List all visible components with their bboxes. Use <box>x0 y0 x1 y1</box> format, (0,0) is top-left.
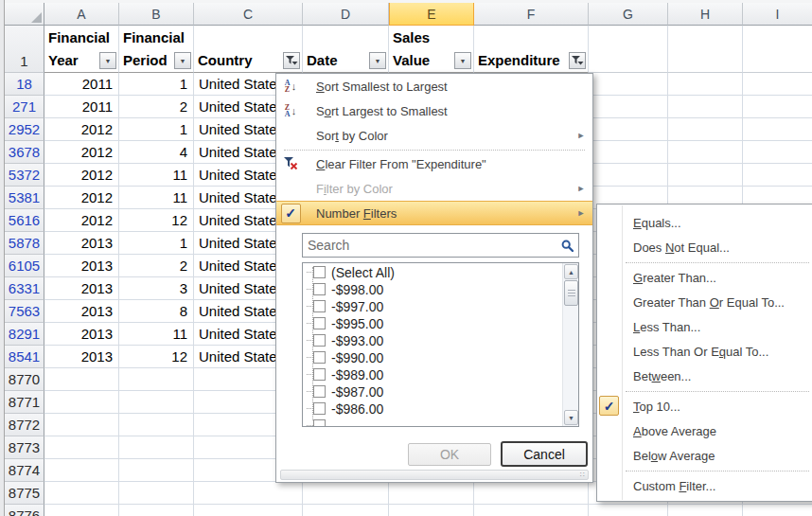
submenu-item-does-not-equal[interactable]: Does Not Equal... <box>597 235 812 259</box>
cell-b7563[interactable]: 8 <box>119 300 194 323</box>
select-all-corner[interactable] <box>5 3 44 26</box>
filter-value-item[interactable]: -$987.00 <box>303 383 578 400</box>
submenu-item-between[interactable]: Between... <box>597 364 812 388</box>
cell-a8771[interactable] <box>44 391 119 414</box>
cell-b18[interactable]: 1 <box>119 73 194 96</box>
list-scrollbar[interactable]: ▲ ▼ <box>562 263 578 426</box>
column-header-h[interactable]: H <box>668 3 743 26</box>
submenu-item-top-10[interactable]: ✓Top 10... <box>597 394 812 418</box>
cell-a18[interactable]: 2011 <box>44 73 119 96</box>
header-cell-c1[interactable]: Country <box>194 26 303 73</box>
cell-a2952[interactable]: 2012 <box>44 118 119 141</box>
menu-item-clear-filter-from-expenditure[interactable]: Clear Filter From "Expenditure" <box>276 151 592 176</box>
column-header-c[interactable]: C <box>194 3 303 26</box>
row-header-6331[interactable]: 6331 <box>5 277 44 300</box>
filter-dropdown-button-period[interactable]: ▼ <box>174 52 191 69</box>
row-header-8776[interactable]: 8776 <box>5 505 44 516</box>
row-header-7563[interactable]: 7563 <box>5 300 44 323</box>
cell-b8772[interactable] <box>119 414 194 436</box>
cell-b5372[interactable]: 11 <box>119 164 194 187</box>
cell-f8775[interactable] <box>474 482 589 505</box>
cell-a8772[interactable] <box>44 414 119 436</box>
resize-grip-bar[interactable]: ∷ <box>280 470 589 480</box>
cancel-button[interactable]: Cancel <box>501 441 588 467</box>
cell-a8773[interactable] <box>44 436 119 459</box>
cell-g18[interactable] <box>589 73 668 96</box>
checkbox[interactable] <box>313 266 326 278</box>
cell-g5372[interactable] <box>589 164 668 187</box>
resize-grip-icon[interactable]: ∷ <box>580 471 585 479</box>
row-header-8541[interactable]: 8541 <box>5 346 44 368</box>
header-cell-d1[interactable]: Date▼ <box>303 26 389 73</box>
cell-g271[interactable] <box>589 96 668 118</box>
header-cell-h1[interactable] <box>668 26 743 73</box>
row-header-5372[interactable]: 5372 <box>5 164 44 187</box>
filter-value-item[interactable]: -$990.00 <box>303 348 578 365</box>
cell-i8776[interactable] <box>743 505 812 516</box>
row-header-8771[interactable]: 8771 <box>5 391 44 414</box>
cell-a5616[interactable]: 2012 <box>44 209 119 232</box>
header-cell-g1[interactable] <box>589 26 668 73</box>
cell-b8774[interactable] <box>119 459 194 482</box>
row-header-5616[interactable]: 5616 <box>5 209 44 232</box>
cell-a7563[interactable]: 2013 <box>44 300 119 323</box>
cell-h8776[interactable] <box>668 505 743 516</box>
checkbox[interactable] <box>313 334 326 347</box>
checkbox[interactable] <box>313 419 326 427</box>
row-header-5878[interactable]: 5878 <box>5 232 44 255</box>
cell-h18[interactable] <box>668 73 743 96</box>
cell-a8541[interactable]: 2013 <box>44 346 119 368</box>
cell-d8776[interactable] <box>303 505 389 516</box>
checkbox[interactable] <box>313 317 326 329</box>
row-header-8774[interactable]: 8774 <box>5 459 44 482</box>
filter-value-item[interactable]: -$998.00 <box>303 280 578 297</box>
filter-value-item[interactable]: -$997.00 <box>303 297 578 314</box>
filter-dropdown-button-date[interactable]: ▼ <box>369 52 386 69</box>
checkbox[interactable] <box>313 351 326 364</box>
cell-b8771[interactable] <box>119 391 194 414</box>
column-header-i[interactable]: I <box>743 3 812 26</box>
scroll-down-button[interactable]: ▼ <box>564 410 578 425</box>
scroll-thumb[interactable] <box>564 280 578 306</box>
filter-applied-button-expenditure[interactable] <box>569 52 586 69</box>
cell-b8776[interactable] <box>119 505 194 516</box>
cell-a8775[interactable] <box>44 482 119 505</box>
cell-a5381[interactable]: 2012 <box>44 187 119 209</box>
cell-b5878[interactable]: 1 <box>119 232 194 255</box>
row-header-2952[interactable]: 2952 <box>5 118 44 141</box>
cell-g8776[interactable] <box>589 505 668 516</box>
column-header-f[interactable]: F <box>474 3 589 26</box>
row-header-8291[interactable]: 8291 <box>5 323 44 346</box>
submenu-item-custom-filter[interactable]: Custom Filter... <box>597 473 812 498</box>
submenu-item-equals[interactable]: Equals... <box>597 210 812 235</box>
cell-a8774[interactable] <box>44 459 119 482</box>
submenu-item-above-average[interactable]: Above Average <box>597 418 812 443</box>
cell-h5372[interactable] <box>668 164 743 187</box>
cell-e8776[interactable] <box>389 505 474 516</box>
filter-dropdown-button-value[interactable]: ▼ <box>454 52 471 69</box>
row-header-18[interactable]: 18 <box>5 73 44 96</box>
menu-item-sort-largest-to-smallest[interactable]: ZA↓Sort Largest to Smallest <box>276 98 592 123</box>
cell-b271[interactable]: 2 <box>119 96 194 118</box>
cell-i18[interactable] <box>743 73 812 96</box>
filter-applied-button-country[interactable] <box>283 52 300 69</box>
menu-item-sort-by-color[interactable]: Sort by Color► <box>276 123 592 148</box>
cell-a5372[interactable]: 2012 <box>44 164 119 187</box>
menu-item-number-filters[interactable]: ✓Number Filters► <box>276 201 592 225</box>
filter-value-item[interactable]: (Select All) <box>303 263 578 280</box>
cell-a8770[interactable] <box>44 368 119 391</box>
cell-b8770[interactable] <box>119 368 194 391</box>
column-header-b[interactable]: B <box>119 3 194 26</box>
header-cell-f1[interactable]: Expenditure <box>474 26 589 73</box>
column-header-d[interactable]: D <box>303 3 389 26</box>
cell-g2952[interactable] <box>589 118 668 141</box>
header-cell-a1[interactable]: FinancialYear▼ <box>44 26 119 73</box>
cell-b8773[interactable] <box>119 436 194 459</box>
cell-c8776[interactable] <box>194 505 303 516</box>
cell-a8776[interactable] <box>44 505 119 516</box>
cell-i2952[interactable] <box>743 118 812 141</box>
filter-value-item[interactable]: -$986.00 <box>303 400 578 417</box>
cell-b5381[interactable]: 11 <box>119 187 194 209</box>
row-header-8775[interactable]: 8775 <box>5 482 44 505</box>
cell-c8775[interactable] <box>194 482 303 505</box>
